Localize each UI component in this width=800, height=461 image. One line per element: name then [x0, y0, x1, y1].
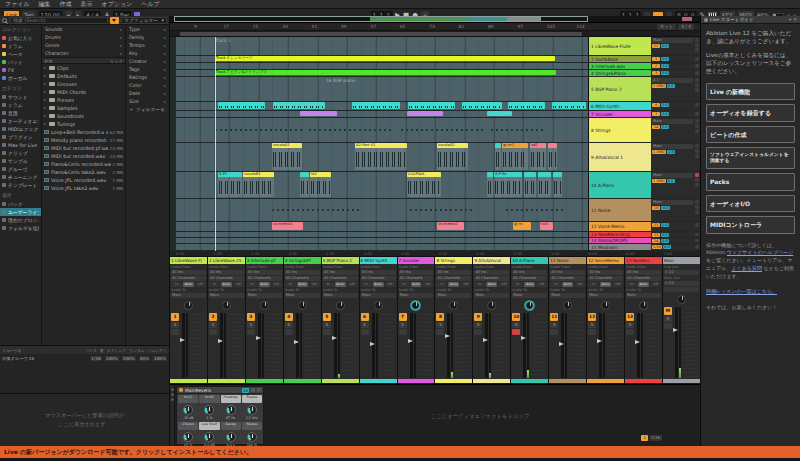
output-select[interactable]: Main: [361, 293, 396, 298]
input-select[interactable]: All Ins: [399, 270, 434, 275]
pan-knob[interactable]: [336, 301, 345, 310]
lesson-button[interactable]: MIDIコントローラ: [706, 216, 795, 234]
filter-toggle-button[interactable]: [110, 17, 119, 24]
arrangement-clip[interactable]: [300, 111, 337, 116]
track-header[interactable]: 5 BGP Piano 2a 11 (MB)0.0: [589, 77, 700, 101]
monitor-option[interactable]: Off: [650, 282, 661, 287]
input-channel-select[interactable]: All Channels: [512, 276, 547, 281]
track-activator-button[interactable]: 6: [361, 313, 369, 321]
output-select[interactable]: Main: [588, 293, 623, 298]
monitor-option[interactable]: Off: [309, 282, 320, 287]
fader-handle[interactable]: [256, 336, 261, 340]
mixer-track-title[interactable]: Main: [663, 257, 700, 264]
audio-clip-quiet[interactable]: [309, 129, 393, 131]
output-select[interactable]: Main: [285, 293, 320, 298]
input-select[interactable]: All Ins: [588, 270, 623, 275]
output-select[interactable]: Main: [323, 293, 358, 298]
monitor-option[interactable]: Off: [195, 282, 206, 287]
fader-handle[interactable]: [483, 338, 488, 342]
mixer-track-title[interactable]: 4 Strings&Pf: [284, 257, 321, 264]
input-select[interactable]: All Ins: [550, 270, 585, 275]
track-volume-value[interactable]: -6.0: [661, 206, 670, 210]
input-channel-select[interactable]: All Channels: [436, 276, 471, 281]
track-send-value[interactable]: 1: [652, 57, 660, 61]
arrangement-clip[interactable]: vo memo1: [272, 222, 303, 230]
filter-group[interactable]: Color▸: [126, 81, 169, 89]
track-name[interactable]: 10 A.Piano: [589, 172, 651, 198]
monitor-option[interactable]: Auto: [373, 282, 384, 287]
track-solo-button[interactable]: [695, 124, 699, 128]
arrangement-clip[interactable]: gt m: [513, 222, 531, 230]
category-item[interactable]: テンプレート: [0, 181, 41, 189]
pan-knob[interactable]: [298, 301, 307, 310]
device-fold-button[interactable]: [251, 388, 255, 392]
collection-item[interactable]: ベース: [0, 50, 41, 58]
fader-handle[interactable]: [673, 328, 678, 332]
place-item[interactable]: ユーザーライブラリ: [0, 208, 41, 216]
volume-fader[interactable]: [372, 313, 375, 378]
solo-button[interactable]: S: [361, 322, 369, 328]
track-name[interactable]: 15 Mixdown: [589, 244, 651, 250]
track-volume-value[interactable]: 0.0: [661, 223, 669, 227]
track-activator-button[interactable]: 13: [626, 313, 634, 321]
arrangement-clip[interactable]: vocalsA2: [437, 143, 468, 170]
filter-group[interactable]: Character▸: [42, 49, 125, 57]
lesson-button[interactable]: ソフトウェアインストゥルメントを演奏する: [706, 147, 795, 169]
cue-out-select[interactable]: ii 1/2: [664, 270, 699, 275]
arm-button[interactable]: [399, 329, 407, 335]
filter-group[interactable]: Tags▸: [126, 65, 169, 73]
arrangement-clip[interactable]: [487, 111, 512, 116]
track-name[interactable]: 9 Alto&Vocal 1: [589, 143, 651, 171]
input-channel-select[interactable]: All Channels: [209, 276, 244, 281]
track-activator-button[interactable]: 1: [171, 313, 179, 321]
monitor-option[interactable]: Auto: [297, 282, 308, 287]
output-select[interactable]: Main: [512, 293, 547, 298]
pan-knob[interactable]: [525, 301, 534, 310]
input-select[interactable]: All Ins: [209, 270, 244, 275]
track-name[interactable]: 4 Strings&Piano: [589, 70, 651, 76]
monitor-option[interactable]: Auto: [335, 282, 346, 287]
track-arm-button[interactable]: [695, 71, 699, 75]
fader-handle[interactable]: [597, 339, 602, 343]
track-name[interactable]: 7 Vocoder: [589, 111, 651, 117]
category-item[interactable]: 音源: [0, 109, 41, 117]
monitor-option[interactable]: Off: [385, 282, 396, 287]
arm-button[interactable]: [474, 329, 482, 335]
arrangement-track-lane[interactable]: [176, 238, 588, 243]
set-locator-button[interactable]: セット: [657, 24, 676, 30]
monitor-option[interactable]: In: [209, 282, 220, 287]
solo-button[interactable]: S: [285, 322, 293, 328]
monitor-option[interactable]: Off: [460, 282, 471, 287]
output-select[interactable]: Main: [399, 293, 434, 298]
solo-button[interactable]: S: [664, 316, 672, 322]
arrangement-track-lane[interactable]: vocalsA1A2-Part 01vocalsA2gt-m1ad1: [176, 143, 588, 171]
track-volume-value[interactable]: 0.0: [661, 103, 669, 107]
monitor-option[interactable]: Off: [574, 282, 585, 287]
track-activator-button[interactable]: 2: [209, 313, 217, 321]
track-send-value[interactable]: 6: [652, 103, 660, 107]
mixer-track-title[interactable]: 10 A.Piano: [511, 257, 548, 264]
device-param-button[interactable]: Decay: [221, 422, 241, 430]
track-send-value[interactable]: 1 (MB): [652, 84, 666, 88]
track-volume-value[interactable]: 0.0: [661, 125, 669, 129]
track-output-select[interactable]: a 1: [652, 78, 693, 83]
pan-knob[interactable]: [601, 301, 610, 310]
track-send-value[interactable]: 24: [652, 125, 660, 129]
volume-fader[interactable]: [296, 313, 299, 378]
arm-button[interactable]: [512, 329, 520, 335]
audio-clip-quiet[interactable]: [410, 209, 474, 211]
category-item[interactable]: MIDIエフェクト: [0, 125, 41, 133]
track-send-value[interactable]: 21: [652, 223, 660, 227]
arrangement-clip[interactable]: [407, 111, 443, 116]
monitor-option[interactable]: In: [323, 282, 334, 287]
input-channel-select[interactable]: All Channels: [588, 276, 623, 281]
category-item[interactable]: サンプル: [0, 157, 41, 165]
arrangement-clip[interactable]: [408, 102, 455, 109]
filter-group[interactable]: Type▸: [126, 25, 169, 33]
track-solo-button[interactable]: [695, 83, 699, 87]
arrangement-time-signature[interactable]: 4 / 4: [678, 24, 694, 30]
track-arm-button[interactable]: [695, 57, 699, 61]
arm-button[interactable]: [323, 329, 331, 335]
track-header[interactable]: 9 Alto&Vocal 1Main1 (MB)-2.5: [589, 143, 700, 171]
track-header[interactable]: 15 Mixdown1/160.0: [589, 244, 700, 250]
